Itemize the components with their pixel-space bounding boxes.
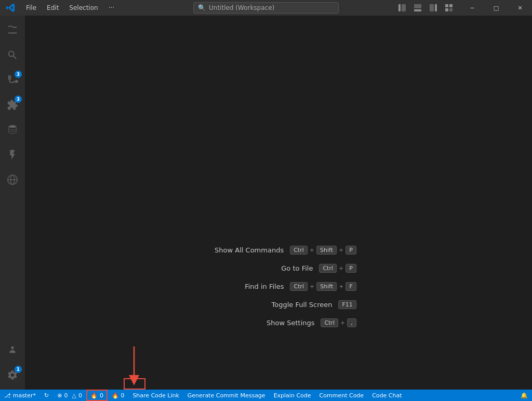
shortcut-label-settings: Show Settings bbox=[232, 319, 315, 327]
search-icon: 🔍 bbox=[198, 4, 206, 11]
statusbar-sync[interactable]: ↻ bbox=[40, 390, 53, 401]
window-controls: ─ □ ✕ bbox=[460, 0, 532, 16]
shortcut-row-settings: Show Settings Ctrl + , bbox=[201, 318, 356, 327]
svg-rect-2 bbox=[414, 4, 421, 8]
git-icon: ⎇ bbox=[4, 392, 11, 399]
bell-icon: 🔔 bbox=[521, 392, 528, 399]
activity-item-extensions[interactable]: 3 bbox=[0, 92, 25, 117]
statusbar-code-chat[interactable]: Comment Code bbox=[315, 390, 368, 401]
key-p-2: P bbox=[345, 264, 356, 273]
svg-point-10 bbox=[9, 125, 17, 128]
statusbar-blackbox-fire[interactable]: 🔥 0 bbox=[86, 390, 108, 401]
key-ctrl-5: Ctrl bbox=[321, 318, 339, 327]
statusbar: ⎇ master* ↻ ⊗ 0 △ 0 🔥 0 🔥 0 Share Code L… bbox=[0, 390, 532, 401]
statusbar-left: ⎇ master* ↻ ⊗ 0 △ 0 🔥 0 🔥 0 Share Code L… bbox=[0, 390, 406, 401]
close-button[interactable]: ✕ bbox=[508, 0, 532, 16]
svg-rect-9 bbox=[449, 8, 453, 11]
shortcut-row-goto-file: Go to File Ctrl + P bbox=[201, 264, 356, 273]
explain-code-label: Generate Commit Message bbox=[188, 392, 265, 399]
svg-rect-3 bbox=[414, 9, 421, 11]
svg-rect-0 bbox=[398, 4, 401, 11]
menu-more[interactable]: ··· bbox=[103, 0, 119, 16]
sidebar-right-icon[interactable] bbox=[426, 1, 441, 15]
activity-item-account[interactable] bbox=[0, 338, 25, 363]
svg-rect-4 bbox=[430, 4, 434, 11]
statusbar-generate-commit[interactable]: Share Code Link bbox=[128, 390, 183, 401]
content-area: Show All Commands Ctrl + Shift + P Go to… bbox=[25, 16, 532, 390]
code-chat-label: Comment Code bbox=[320, 392, 364, 399]
key-plus-5a: + bbox=[340, 319, 345, 326]
statusbar-errors[interactable]: ⊗ 0 △ 0 bbox=[53, 390, 86, 401]
menu-file[interactable]: File bbox=[21, 0, 42, 16]
menu-edit[interactable]: Edit bbox=[42, 0, 64, 16]
search-bar[interactable]: 🔍 Untitled (Workspace) bbox=[193, 2, 339, 14]
activity-item-explorer[interactable] bbox=[0, 18, 25, 43]
maximize-button[interactable]: □ bbox=[484, 0, 508, 16]
layout-actions bbox=[391, 1, 460, 15]
svg-rect-5 bbox=[435, 4, 437, 11]
shortcut-keys-settings: Ctrl + , bbox=[321, 318, 356, 327]
shortcut-row-fullscreen: Toggle Full Screen F11 bbox=[201, 300, 356, 309]
shortcut-label-goto-file: Go to File bbox=[230, 264, 313, 272]
statusbar-right: 🔔 bbox=[516, 390, 532, 401]
key-comma-5: , bbox=[347, 318, 356, 327]
key-ctrl-3: Ctrl bbox=[290, 282, 308, 291]
error-icon: ⊗ bbox=[57, 392, 62, 399]
statusbar-bell[interactable]: 🔔 bbox=[516, 390, 532, 401]
warning-count: 0 bbox=[78, 392, 82, 399]
statusbar-blackbox-brand[interactable]: Code Chat bbox=[368, 390, 406, 401]
activity-item-search[interactable] bbox=[0, 43, 25, 68]
shortcut-keys-show-commands: Ctrl + Shift + P bbox=[290, 246, 356, 255]
titlebar-menu: File Edit Selection ··· bbox=[21, 0, 119, 16]
activity-item-remote[interactable] bbox=[0, 167, 25, 192]
vscode-watermark bbox=[324, 31, 501, 209]
key-ctrl-2: Ctrl bbox=[319, 264, 337, 273]
blackbox-brand-label: Code Chat bbox=[372, 392, 402, 399]
activity-bar: 3 3 1 bbox=[0, 16, 25, 390]
panel-icon[interactable] bbox=[410, 1, 425, 15]
sidebar-left-icon[interactable] bbox=[395, 1, 409, 15]
main-layout: 3 3 1 bbox=[0, 16, 532, 390]
source-control-badge: 3 bbox=[15, 71, 22, 78]
shortcut-label-fullscreen: Toggle Full Screen bbox=[249, 301, 332, 309]
key-plus-1a: + bbox=[310, 247, 314, 253]
search-label: Untitled (Workspace) bbox=[209, 4, 274, 11]
key-f-3: F bbox=[346, 282, 356, 291]
key-p-1: P bbox=[345, 246, 356, 255]
activity-item-source-control[interactable]: 3 bbox=[0, 68, 25, 92]
activity-item-settings[interactable]: 1 bbox=[0, 363, 25, 387]
shortcut-row-show-commands: Show All Commands Ctrl + Shift + P bbox=[201, 246, 356, 255]
shortcut-keys-fullscreen: F11 bbox=[339, 300, 356, 309]
grid-icon[interactable] bbox=[442, 1, 456, 15]
activity-item-lightning[interactable] bbox=[0, 142, 25, 167]
menu-selection[interactable]: Selection bbox=[64, 0, 103, 16]
titlebar-center: 🔍 Untitled (Workspace) bbox=[193, 2, 339, 14]
extensions-badge: 3 bbox=[15, 96, 22, 103]
minimize-button[interactable]: ─ bbox=[460, 0, 484, 16]
svg-rect-1 bbox=[402, 4, 406, 11]
key-plus-3a: + bbox=[310, 283, 314, 290]
key-plus-2a: + bbox=[339, 265, 343, 272]
statusbar-share-code[interactable]: 🔥 0 bbox=[108, 390, 129, 401]
warning-icon: △ bbox=[72, 392, 76, 399]
key-plus-3b: + bbox=[339, 283, 343, 290]
key-plus-1b: + bbox=[339, 247, 343, 253]
key-f11: F11 bbox=[339, 300, 356, 309]
titlebar: File Edit Selection ··· 🔍 Untitled (Work… bbox=[0, 0, 532, 16]
activity-bottom: 1 bbox=[0, 338, 25, 390]
statusbar-git-branch[interactable]: ⎇ master* bbox=[0, 390, 40, 401]
statusbar-explain-code[interactable]: Generate Commit Message bbox=[183, 390, 270, 401]
shortcut-keys-goto-file: Ctrl + P bbox=[319, 264, 356, 273]
statusbar-comment-code[interactable]: Explain Code bbox=[270, 390, 315, 401]
shortcut-row-find-files: Find in Files Ctrl + Shift + F bbox=[201, 282, 356, 291]
shortcut-keys-find-files: Ctrl + Shift + F bbox=[290, 282, 356, 291]
svg-rect-6 bbox=[445, 4, 448, 7]
shortcut-label-show-commands: Show All Commands bbox=[201, 246, 284, 254]
shortcuts-panel: Show All Commands Ctrl + Shift + P Go to… bbox=[201, 246, 356, 327]
activity-item-database[interactable] bbox=[0, 117, 25, 142]
vscode-logo bbox=[0, 3, 21, 12]
statusbar-branch-label: master* bbox=[13, 392, 36, 399]
titlebar-controls: ─ □ ✕ bbox=[391, 0, 532, 16]
error-count: 0 bbox=[64, 392, 68, 399]
generate-commit-label: Share Code Link bbox=[132, 392, 179, 399]
